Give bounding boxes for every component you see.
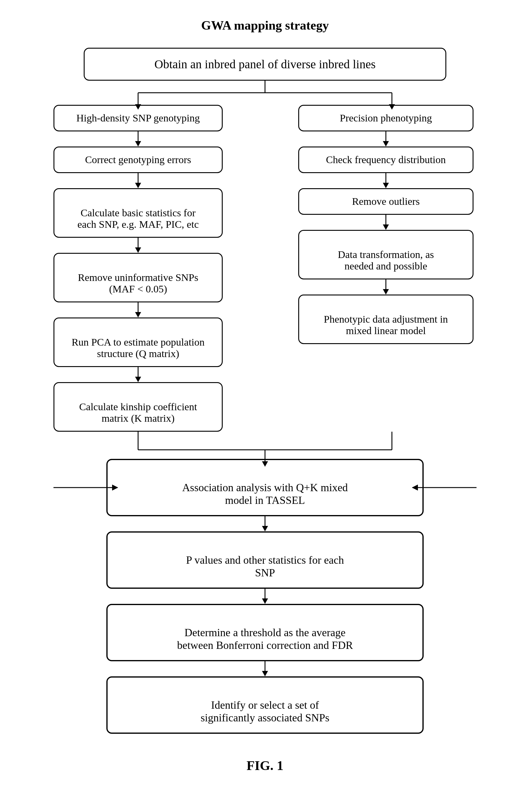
svg-marker-37	[262, 598, 268, 604]
left-box-5: Calculate kinship coefficient matrix (K …	[54, 382, 223, 432]
svg-marker-9	[135, 183, 141, 188]
svg-marker-33	[412, 484, 418, 491]
left-box-0: High-density SNP genotyping	[54, 105, 223, 131]
svg-marker-39	[262, 671, 268, 676]
page: GWA mapping strategy Obtain an inbred pa…	[0, 0, 530, 812]
svg-marker-17	[383, 141, 389, 146]
left-box-3: Remove uninformative SNPs (MAF < 0.05)	[54, 253, 223, 302]
right-box-1: Check frequency distribution	[298, 146, 473, 173]
left-column: High-density SNP genotyping Correct geno…	[54, 105, 223, 432]
page-title: GWA mapping strategy	[201, 18, 329, 33]
bottom-box-2: Determine a threshold as the average bet…	[106, 604, 424, 661]
svg-marker-13	[135, 312, 141, 318]
svg-marker-15	[135, 377, 141, 382]
svg-marker-11	[135, 247, 141, 253]
flowchart: Obtain an inbred panel of diverse inbred…	[31, 48, 499, 773]
svg-marker-31	[112, 484, 118, 491]
bottom-box-1: P values and other statistics for each S…	[106, 531, 424, 589]
svg-marker-7	[135, 141, 141, 146]
bottom-box-3: Identify or select a set of significantl…	[106, 676, 424, 734]
svg-marker-23	[383, 289, 389, 294]
figure-label: FIG. 1	[246, 758, 284, 773]
right-box-2: Remove outliers	[298, 188, 473, 215]
right-box-4: Phenotypic data adjustment in mixed line…	[298, 294, 473, 344]
top-box: Obtain an inbred panel of diverse inbred…	[84, 48, 446, 81]
right-column: Precision phenotyping Check frequency di…	[295, 105, 476, 344]
left-box-2: Calculate basic statistics for each SNP,…	[54, 188, 223, 238]
right-box-0: Precision phenotyping	[298, 105, 473, 131]
left-box-4: Run PCA to estimate population structure…	[54, 318, 223, 367]
svg-marker-35	[262, 526, 268, 531]
left-box-1: Correct genotyping errors	[54, 146, 223, 173]
right-box-3: Data transformation, as needed and possi…	[298, 230, 473, 279]
svg-marker-19	[383, 183, 389, 188]
bottom-box-0: Association analysis with Q+K mixed mode…	[106, 459, 424, 516]
svg-marker-21	[383, 224, 389, 230]
